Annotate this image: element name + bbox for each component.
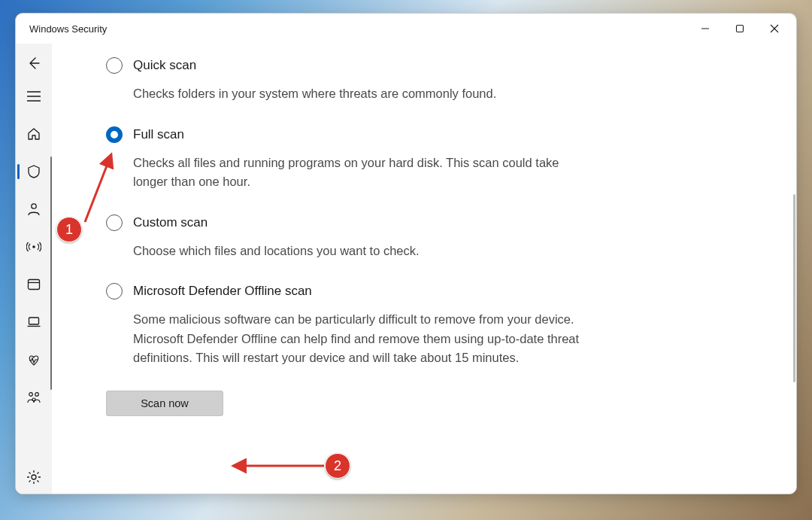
radio-quick-scan[interactable] (106, 57, 123, 74)
option-title: Quick scan (133, 58, 196, 73)
sidebar-item-firewall[interactable] (16, 230, 52, 263)
option-offline-scan[interactable]: Microsoft Defender Offline scan Some mal… (106, 283, 587, 368)
option-custom-scan[interactable]: Custom scan Choose which files and locat… (106, 214, 587, 261)
back-button[interactable] (16, 47, 52, 80)
caption-buttons (688, 14, 792, 44)
option-title: Full scan (133, 127, 184, 142)
sidebar (16, 44, 52, 494)
option-quick-scan[interactable]: Quick scan Checks folders in your system… (106, 57, 587, 104)
option-title: Microsoft Defender Offline scan (133, 284, 312, 299)
annotation-badge-1: 1 (56, 217, 82, 242)
close-icon (770, 24, 779, 33)
svg-point-16 (32, 475, 36, 479)
maximize-button[interactable] (723, 14, 757, 44)
back-arrow-icon (26, 56, 41, 71)
family-icon (26, 390, 41, 405)
sidebar-item-device-security[interactable] (16, 306, 52, 339)
window-body: Quick scan Checks folders in your system… (16, 44, 796, 494)
svg-rect-9 (29, 280, 40, 290)
shield-icon (26, 164, 41, 179)
titlebar: Windows Security (16, 14, 796, 44)
sidebar-item-app-browser[interactable] (16, 268, 52, 301)
menu-button[interactable] (16, 80, 52, 113)
svg-point-7 (32, 204, 36, 208)
svg-point-14 (35, 393, 39, 397)
gear-icon (26, 470, 41, 485)
minimize-icon (701, 24, 710, 33)
close-button[interactable] (757, 14, 792, 44)
sidebar-item-family[interactable] (16, 381, 52, 414)
radio-full-scan[interactable] (106, 126, 123, 143)
scan-now-button[interactable]: Scan now (106, 391, 223, 416)
content-area: Quick scan Checks folders in your system… (52, 44, 796, 494)
minimize-button[interactable] (688, 14, 723, 44)
maximize-icon (735, 24, 744, 33)
svg-point-8 (32, 245, 35, 248)
sidebar-item-home[interactable] (16, 117, 52, 151)
radio-custom-scan[interactable] (106, 214, 123, 231)
scrollbar-thumb[interactable] (793, 194, 795, 382)
svg-rect-11 (29, 318, 39, 324)
hamburger-icon (27, 91, 41, 102)
option-title: Custom scan (133, 215, 208, 230)
app-window: Windows Security (15, 13, 797, 494)
scan-now-label: Scan now (141, 397, 189, 409)
sidebar-item-settings[interactable] (16, 461, 52, 494)
svg-point-13 (29, 393, 33, 397)
sidebar-item-performance[interactable] (16, 343, 52, 376)
laptop-icon (26, 315, 41, 330)
svg-rect-1 (737, 26, 744, 32)
sidebar-item-account[interactable] (16, 193, 52, 226)
antenna-icon (26, 239, 41, 254)
account-icon (26, 202, 41, 217)
annotation-badge-2: 2 (325, 453, 350, 479)
home-icon (26, 126, 41, 141)
option-desc: Choose which files and locations you wan… (133, 242, 580, 261)
radio-offline-scan[interactable] (106, 283, 123, 300)
sidebar-item-virus[interactable] (16, 155, 52, 188)
window-icon (26, 277, 41, 292)
option-desc: Some malicious software can be particula… (133, 310, 580, 368)
window-title: Windows Security (29, 23, 107, 35)
option-desc: Checks all files and running programs on… (133, 154, 580, 192)
option-desc: Checks folders in your system where thre… (133, 84, 580, 104)
heart-pulse-icon (26, 352, 41, 367)
option-full-scan[interactable]: Full scan Checks all files and running p… (106, 126, 587, 192)
